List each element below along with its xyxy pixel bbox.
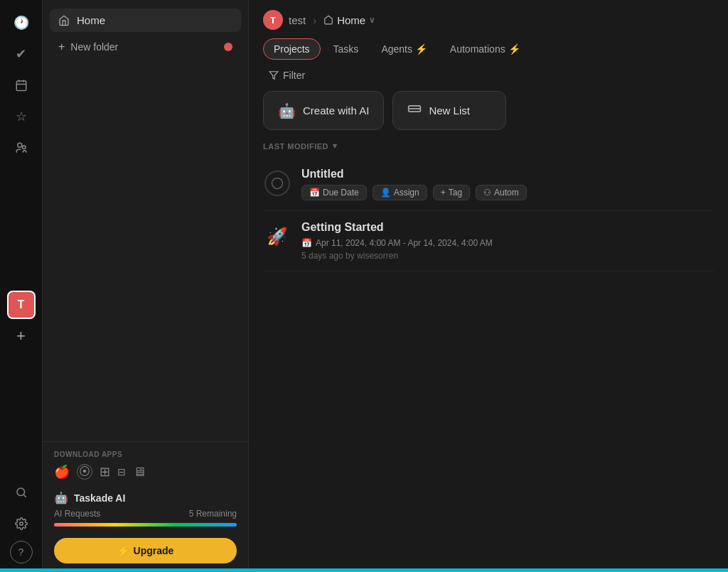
calendar-icon[interactable] [7, 71, 36, 99]
due-date-label: Due Date [323, 188, 359, 198]
svg-point-5 [22, 146, 26, 149]
svg-point-6 [17, 488, 25, 496]
filter-label: Filter [283, 70, 305, 81]
project-date: 📅 Apr 11, 2024, 4:00 AM - Apr 14, 2024, … [301, 238, 714, 248]
assign-label: Assign [394, 188, 419, 198]
untitled-icon [270, 176, 284, 190]
new-folder-button[interactable]: + New folder [50, 35, 241, 59]
new-list-label: New List [429, 104, 470, 117]
project-item-getting-started[interactable]: 🚀 Getting Started 📅 Apr 11, 2024, 4:00 A… [263, 211, 714, 271]
header-avatar[interactable]: T [263, 10, 283, 30]
autom-tag[interactable]: ⚇ Autom [476, 185, 527, 200]
sidebar: Home + New folder DOWNLOAD APPS 🍎 ⦿ ⊞ ⊟ … [43, 0, 249, 572]
getting-started-details: Getting Started 📅 Apr 11, 2024, 4:00 AM … [301, 221, 714, 261]
breadcrumb-separator: › [313, 14, 316, 26]
sort-text: LAST MODIFIED [263, 142, 328, 151]
tab-projects[interactable]: Projects [263, 38, 321, 60]
sidebar-nav: Home + New folder [43, 0, 248, 68]
user-avatar-icon[interactable]: T [7, 291, 36, 319]
tab-tasks[interactable]: Tasks [323, 39, 369, 59]
project-modified-label: 5 days ago by wisesorren [301, 251, 714, 261]
action-buttons-row: 🤖 Create with AI New List [249, 91, 728, 141]
check-icon[interactable]: ✔ [7, 40, 36, 68]
date-calendar-icon: 📅 [301, 238, 312, 248]
add-icon[interactable]: + [7, 322, 36, 350]
ai-progress-bar [54, 523, 237, 527]
search-icon[interactable] [7, 478, 36, 507]
home-icon [58, 15, 70, 26]
create-with-ai-label: Create with AI [303, 104, 369, 117]
autom-label: Autom [494, 188, 519, 198]
due-date-icon: 📅 [309, 188, 320, 198]
svg-marker-9 [269, 72, 278, 80]
project-title-untitled: Untitled [301, 168, 714, 180]
home-label: Home [77, 14, 105, 26]
filter-button[interactable]: Filter [263, 67, 311, 84]
settings-icon[interactable] [7, 509, 36, 538]
apple-icon[interactable]: 🍎 [54, 464, 70, 480]
ai-robot-icon: 🤖 [54, 491, 68, 504]
main-header: T test › Home ∨ [249, 0, 728, 30]
tab-automations-label: Automations [450, 43, 505, 55]
header-user-label: test [289, 14, 306, 26]
new-list-button[interactable]: New List [392, 91, 506, 130]
ai-remaining-label: 5 Remaining [189, 509, 237, 519]
svg-point-12 [272, 178, 283, 189]
filter-row: Filter [249, 60, 728, 91]
app-icons-row: 🍎 ⦿ ⊞ ⊟ 🖥 [54, 464, 237, 480]
tag-tag[interactable]: + Tag [433, 185, 470, 200]
chrome-icon[interactable]: ⦿ [77, 464, 92, 480]
clock-icon[interactable]: 🕐 [7, 9, 36, 37]
notification-dot [224, 43, 232, 51]
project-icon-wrap [263, 169, 291, 198]
tag-label: Tag [449, 188, 462, 198]
project-item-untitled[interactable]: Untitled 📅 Due Date 👤 Assign + Tag [263, 158, 714, 211]
breadcrumb-home[interactable]: Home ∨ [323, 14, 375, 26]
sort-chevron-icon: ▾ [333, 141, 338, 151]
upgrade-label: Upgrade [134, 545, 174, 556]
svg-point-4 [17, 143, 21, 147]
project-title-getting-started: Getting Started [301, 221, 714, 234]
appstore-icon[interactable]: ⊟ [117, 466, 126, 477]
taskade-ai-section: 🤖 Taskade AI AI Requests 5 Remaining ⚡ U… [54, 491, 237, 563]
star-icon[interactable]: ☆ [7, 102, 36, 131]
taskade-ai-header: 🤖 Taskade AI [54, 491, 237, 504]
tab-tasks-label: Tasks [333, 43, 359, 55]
bottom-bar [0, 568, 728, 572]
breadcrumb-chevron-icon: ∨ [369, 15, 375, 25]
list-icon [407, 102, 422, 119]
help-icon[interactable]: ? [10, 541, 33, 563]
new-folder-label: New folder [70, 41, 118, 53]
ai-requests-row: AI Requests 5 Remaining [54, 509, 237, 519]
sidebar-bottom: DOWNLOAD APPS 🍎 ⦿ ⊞ ⊟ 🖥 🤖 Taskade AI AI … [43, 441, 248, 572]
people-icon[interactable] [7, 134, 36, 162]
projects-list: Untitled 📅 Due Date 👤 Assign + Tag [249, 158, 728, 572]
autom-icon: ⚇ [483, 188, 491, 198]
tab-agents[interactable]: Agents ⚡ [371, 39, 437, 59]
plus-tag-icon: + [441, 188, 446, 198]
taskade-ai-label: Taskade AI [74, 492, 125, 504]
sort-label[interactable]: LAST MODIFIED ▾ [249, 141, 728, 158]
create-with-ai-button[interactable]: 🤖 Create with AI [263, 91, 384, 130]
breadcrumb-home-label: Home [337, 14, 365, 26]
plus-icon: + [58, 41, 65, 53]
ai-bot-icon: 🤖 [278, 102, 296, 119]
upgrade-button[interactable]: ⚡ Upgrade [54, 538, 237, 563]
upgrade-icon: ⚡ [117, 545, 129, 556]
breadcrumb-home-icon [323, 15, 333, 25]
sidebar-item-home[interactable]: Home [50, 9, 241, 32]
tab-automations[interactable]: Automations ⚡ [440, 39, 530, 59]
download-apps-label: DOWNLOAD APPS [54, 450, 237, 458]
main-content: T test › Home ∨ Projects Tasks Agents ⚡ … [249, 0, 728, 572]
project-details: Untitled 📅 Due Date 👤 Assign + Tag [301, 168, 714, 200]
ai-requests-label: AI Requests [54, 509, 100, 519]
desktop-icon[interactable]: 🖥 [133, 465, 146, 480]
getting-started-icon: 🚀 [264, 224, 290, 249]
assign-tag[interactable]: 👤 Assign [373, 185, 427, 200]
project-icon-circle [264, 171, 290, 196]
windows-icon[interactable]: ⊞ [100, 464, 110, 480]
agents-badge: ⚡ [415, 43, 427, 55]
tabs-row: Projects Tasks Agents ⚡ Automations ⚡ [249, 30, 728, 60]
due-date-tag[interactable]: 📅 Due Date [301, 185, 367, 200]
icon-bar: 🕐 ✔ ☆ T + ? [0, 0, 43, 572]
